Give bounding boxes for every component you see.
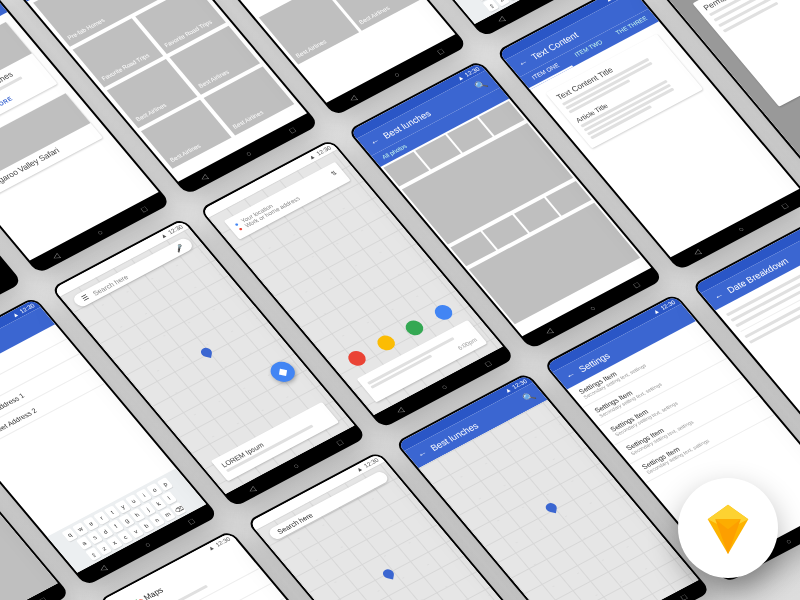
mockup-collage: ▲12:30 Product Category Product Name★★★★… [0, 0, 800, 600]
sketch-badge [678, 478, 778, 578]
learn-button[interactable]: LEARN MORE [0, 96, 14, 122]
fab-directions[interactable]: ◆ [266, 358, 300, 386]
back-icon[interactable]: ← [368, 136, 383, 148]
